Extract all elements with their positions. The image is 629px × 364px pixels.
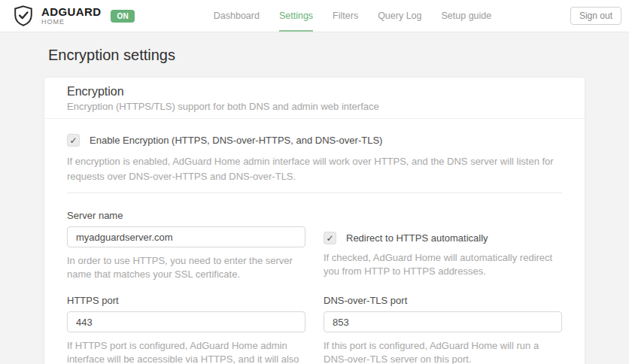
section-divider <box>67 193 562 193</box>
redirect-https-help: If checked, AdGuard Home will automatica… <box>324 251 562 278</box>
redirect-field-group: ✓ Redirect to HTTPS automatically If che… <box>324 210 562 281</box>
brand: ADGUARD HOME ON <box>12 0 135 32</box>
enable-encryption-checkbox[interactable]: ✓ Enable Encryption (HTTPS, DNS-over-HTT… <box>67 134 562 147</box>
server-name-input[interactable] <box>67 226 305 247</box>
sign-out-button[interactable]: Sign out <box>570 7 621 25</box>
tls-port-field-group: DNS-over-TLS port If this port is config… <box>324 295 562 364</box>
main-nav: Dashboard Settings Filters Query Log Set… <box>214 0 491 32</box>
nav-item-filters[interactable]: Filters <box>333 0 358 32</box>
nav-item-query-log[interactable]: Query Log <box>378 0 421 32</box>
nav-item-setup-guide[interactable]: Setup guide <box>442 0 492 32</box>
tls-port-input[interactable] <box>324 311 562 332</box>
redirect-https-label: Redirect to HTTPS automatically <box>346 232 488 244</box>
https-port-input[interactable] <box>67 311 305 332</box>
brand-sub: HOME <box>41 19 101 26</box>
nav-item-settings[interactable]: Settings <box>279 0 313 32</box>
encryption-card-header: Encryption Encryption (HTTPS/TLS) suppor… <box>44 77 585 119</box>
brand-text: ADGUARD HOME <box>41 6 101 26</box>
tls-port-help: If this port is configured, AdGuard Home… <box>324 339 562 364</box>
top-header: ADGUARD HOME ON Dashboard Settings Filte… <box>0 0 629 32</box>
encryption-card-body: ✓ Enable Encryption (HTTPS, DNS-over-HTT… <box>44 119 585 364</box>
enable-encryption-label: Enable Encryption (HTTPS, DNS-over-HTTPS… <box>90 135 382 146</box>
https-port-label: HTTPS port <box>67 295 305 306</box>
adguard-shield-check-icon <box>12 5 35 27</box>
server-name-help: In order to use HTTPS, you need to enter… <box>67 254 305 281</box>
checkbox-checked-icon[interactable]: ✓ <box>324 232 336 244</box>
redirect-https-checkbox[interactable]: ✓ Redirect to HTTPS automatically <box>324 232 562 244</box>
encryption-card: Encryption Encryption (HTTPS/TLS) suppor… <box>44 77 585 364</box>
https-port-field-group: HTTPS port If HTTPS port is configured, … <box>67 295 305 364</box>
nav-item-dashboard[interactable]: Dashboard <box>214 0 260 32</box>
enable-encryption-help: If encryption is enabled, AdGuard Home a… <box>67 154 562 184</box>
tls-port-label: DNS-over-TLS port <box>324 295 562 306</box>
page-content: Encryption settings Encryption Encryptio… <box>0 47 629 364</box>
card-title: Encryption <box>67 83 562 99</box>
https-port-help: If HTTPS port is configured, AdGuard Hom… <box>67 339 305 364</box>
protection-status-badge: ON <box>111 10 135 23</box>
checkbox-checked-icon[interactable]: ✓ <box>67 134 80 147</box>
page-title: Encryption settings <box>48 47 585 64</box>
server-name-field-group: Server name In order to use HTTPS, you n… <box>67 210 305 281</box>
card-subtitle: Encryption (HTTPS/TLS) support for both … <box>67 99 562 114</box>
brand-name: ADGUARD <box>41 6 101 17</box>
server-name-label: Server name <box>67 210 305 221</box>
encryption-form-grid: Server name In order to use HTTPS, you n… <box>67 210 562 364</box>
